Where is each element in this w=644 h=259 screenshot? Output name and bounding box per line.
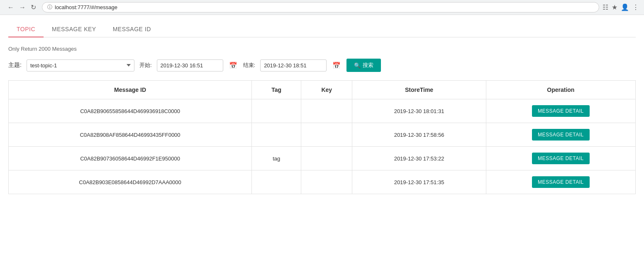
cell-store-time: 2019-12-30 18:01:31 (352, 99, 486, 123)
cell-message-id: C0A82B90655858644D469936918C0000 (9, 99, 252, 123)
cell-tag (252, 170, 301, 194)
browser-chrome: ← → ↻ ⓘ localhost:7777/#/message ☷ ★ 👤 ⋮ (0, 0, 644, 15)
col-message-id: Message ID (9, 81, 252, 99)
cell-tag: tag (252, 147, 301, 170)
col-key: Key (301, 81, 352, 99)
cell-tag (252, 99, 301, 123)
cell-message-id: C0A82B903E0858644D46992D7AAA0000 (9, 170, 252, 194)
message-detail-button[interactable]: MESSAGE DETAIL (532, 129, 590, 141)
topic-select[interactable]: test-topic-1 test-topic-2 test-topic-3 (27, 59, 134, 72)
col-operation: Operation (486, 81, 635, 99)
message-detail-button[interactable]: MESSAGE DETAIL (532, 176, 590, 188)
account-icon: 👤 (621, 3, 629, 11)
cell-tag (252, 123, 301, 147)
search-button[interactable]: 🔍 搜索 (346, 59, 381, 72)
cell-store-time: 2019-12-30 17:51:35 (352, 170, 486, 194)
tab-message-id[interactable]: MESSAGE ID (105, 22, 159, 37)
url-text: localhost:7777/#/message (55, 4, 117, 10)
reload-button[interactable]: ↻ (28, 2, 39, 13)
end-calendar-icon[interactable]: 📅 (332, 62, 342, 69)
start-date-input[interactable]: 2019-12-30 16:51 (157, 59, 223, 72)
table-row: C0A82B903E0858644D46992D7AAA00002019-12-… (9, 170, 636, 194)
start-calendar-icon[interactable]: 📅 (228, 62, 238, 69)
info-text: Only Return 2000 Messages (8, 37, 636, 59)
extensions-icon: ☷ (603, 3, 608, 11)
cell-message-id: C0A82B908AF858644D46993435FF0000 (9, 123, 252, 147)
cell-key (301, 99, 352, 123)
table-header-row: Message ID Tag Key StoreTime Operation (9, 81, 636, 99)
cell-operation: MESSAGE DETAIL (486, 170, 635, 194)
cell-key (301, 147, 352, 170)
forward-button[interactable]: → (17, 2, 28, 13)
security-icon: ⓘ (47, 4, 52, 11)
menu-icon: ⋮ (632, 3, 639, 11)
message-detail-button[interactable]: MESSAGE DETAIL (532, 153, 590, 164)
search-icon: 🔍 (354, 62, 361, 69)
col-store-time: StoreTime (352, 81, 486, 99)
cell-operation: MESSAGE DETAIL (486, 147, 635, 170)
back-button[interactable]: ← (5, 2, 17, 13)
topic-label: 主题: (8, 62, 22, 69)
message-detail-button[interactable]: MESSAGE DETAIL (532, 105, 590, 117)
col-tag: Tag (252, 81, 301, 99)
table-row: C0A82B90655858644D469936918C00002019-12-… (9, 99, 636, 123)
table-row: C0A82B90736058644D46992F1E950000tag2019-… (9, 147, 636, 170)
tabs-container: TOPIC MESSAGE KEY MESSAGE ID (8, 15, 636, 37)
cell-store-time: 2019-12-30 17:58:56 (352, 123, 486, 147)
cell-operation: MESSAGE DETAIL (486, 123, 635, 147)
search-form: 主题: test-topic-1 test-topic-2 test-topic… (8, 59, 636, 72)
page-content: TOPIC MESSAGE KEY MESSAGE ID Only Return… (0, 15, 644, 194)
cell-message-id: C0A82B90736058644D46992F1E950000 (9, 147, 252, 170)
address-bar[interactable]: ⓘ localhost:7777/#/message (42, 2, 599, 12)
tab-topic[interactable]: TOPIC (8, 22, 44, 37)
browser-right-icons: ☷ ★ 👤 ⋮ (603, 3, 639, 11)
cell-store-time: 2019-12-30 17:53:22 (352, 147, 486, 170)
bookmark-icon: ★ (612, 3, 617, 11)
cell-key (301, 170, 352, 194)
search-button-label: 搜索 (363, 62, 373, 69)
messages-table: Message ID Tag Key StoreTime Operation C… (8, 80, 636, 194)
tab-message-key[interactable]: MESSAGE KEY (44, 22, 105, 37)
end-label: 结束: (243, 62, 256, 69)
cell-operation: MESSAGE DETAIL (486, 99, 635, 123)
table-row: C0A82B908AF858644D46993435FF00002019-12-… (9, 123, 636, 147)
cell-key (301, 123, 352, 147)
end-date-input[interactable]: 2019-12-30 18:51 (260, 59, 327, 72)
start-label: 开始: (139, 62, 152, 69)
